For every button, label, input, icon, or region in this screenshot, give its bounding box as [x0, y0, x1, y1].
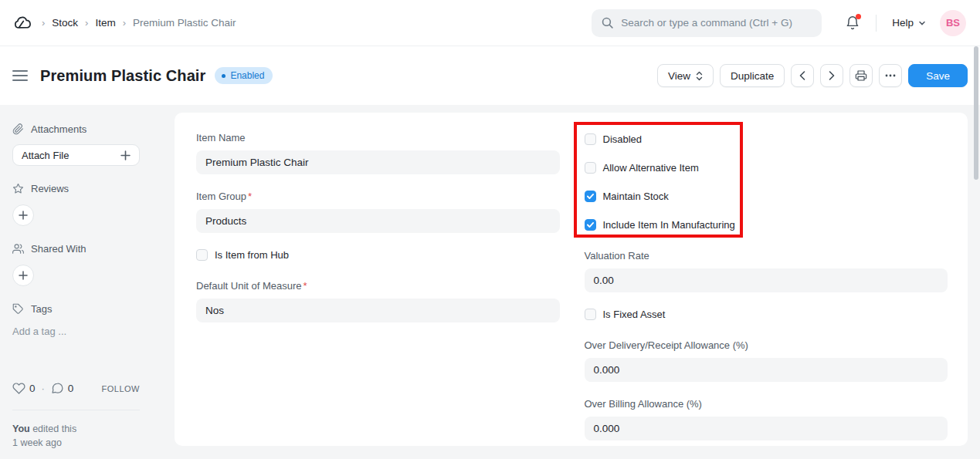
- page-header: Premium Plastic Chair Enabled View Dupli…: [0, 46, 980, 105]
- help-menu[interactable]: Help: [892, 17, 926, 29]
- valuation-rate-label: Valuation Rate: [585, 250, 948, 262]
- breadcrumb-current: Premium Plastic Chair: [133, 17, 236, 29]
- valuation-rate-input[interactable]: 0.00: [585, 268, 948, 292]
- social-row: 0 · 0 FOLLOW: [12, 382, 140, 395]
- breadcrumb-stock[interactable]: Stock: [52, 17, 78, 29]
- save-button-label: Save: [926, 70, 950, 82]
- is-item-from-hub-label: Is Item from Hub: [215, 249, 289, 261]
- checkbox-icon[interactable]: [585, 191, 596, 202]
- global-search-input[interactable]: Search or type a command (Ctrl + G): [592, 9, 822, 37]
- form-column-left: Item Name Premium Plastic Chair Item Gro…: [196, 132, 560, 446]
- plus-icon: [120, 150, 131, 160]
- is-fixed-asset-label: Is Fixed Asset: [603, 309, 666, 320]
- item-name-input[interactable]: Premium Plastic Chair: [196, 150, 560, 174]
- heart-icon[interactable]: [12, 382, 25, 395]
- shared-with-label: Shared With: [31, 243, 86, 255]
- breadcrumb-item[interactable]: Item: [95, 17, 115, 29]
- checkbox-icon[interactable]: [585, 219, 596, 231]
- chevron-right-icon: [829, 71, 835, 80]
- save-button[interactable]: Save: [908, 64, 968, 87]
- reviews-section-header: Reviews: [12, 183, 140, 194]
- form-sidebar: Attachments Attach File Reviews Shared W…: [0, 105, 175, 459]
- checkbox-icon[interactable]: [585, 162, 596, 174]
- default-uom-input[interactable]: Nos: [196, 299, 560, 322]
- app-logo-cloud-icon[interactable]: [12, 13, 32, 33]
- paperclip-icon: [12, 123, 24, 135]
- checkbox-icon[interactable]: [585, 309, 596, 320]
- maintain-stock-checkbox[interactable]: Maintain Stock: [585, 191, 948, 202]
- add-review-button[interactable]: [12, 204, 34, 226]
- view-button[interactable]: View: [657, 64, 714, 87]
- tags-section-header: Tags: [12, 303, 140, 315]
- reviews-label: Reviews: [31, 183, 69, 194]
- notifications-button[interactable]: [845, 15, 860, 31]
- breadcrumb: › Stock › Item › Premium Plastic Chair: [42, 17, 236, 29]
- over-billing-allowance-field: Over Billing Allowance (%) 0.000: [585, 398, 948, 440]
- more-options-button[interactable]: [879, 64, 902, 87]
- help-label: Help: [892, 17, 914, 29]
- valuation-rate-field: Valuation Rate 0.00: [585, 250, 948, 292]
- form-card: Item Name Premium Plastic Chair Item Gro…: [175, 113, 968, 446]
- over-billing-allowance-input[interactable]: 0.000: [585, 417, 948, 440]
- user-avatar[interactable]: BS: [940, 10, 966, 36]
- over-billing-allowance-label: Over Billing Allowance (%): [585, 398, 948, 410]
- allow-alternative-item-label: Allow Alternative Item: [603, 162, 699, 174]
- allow-alternative-item-checkbox[interactable]: Allow Alternative Item: [585, 162, 948, 174]
- top-navbar: › Stock › Item › Premium Plastic Chair S…: [0, 0, 980, 46]
- comment-icon[interactable]: [51, 382, 64, 395]
- attach-file-button[interactable]: Attach File: [12, 144, 140, 166]
- tags-label: Tags: [31, 303, 52, 315]
- next-document-button[interactable]: [820, 64, 843, 87]
- chevron-right-icon: ›: [85, 17, 88, 29]
- is-item-from-hub-checkbox[interactable]: Is Item from Hub: [196, 249, 560, 261]
- over-delivery-allowance-label: Over Delivery/Receipt Allowance (%): [585, 339, 948, 351]
- is-fixed-asset-checkbox[interactable]: Is Fixed Asset: [585, 309, 948, 320]
- status-badge: Enabled: [215, 67, 273, 84]
- app-window: › Stock › Item › Premium Plastic Chair S…: [0, 0, 980, 459]
- sidebar-toggle-icon[interactable]: [12, 70, 28, 81]
- maintain-stock-label: Maintain Stock: [603, 191, 669, 202]
- printer-icon: [855, 69, 867, 82]
- star-icon: [12, 183, 24, 194]
- edited-by: You: [12, 424, 30, 434]
- item-group-input[interactable]: Products: [196, 209, 560, 233]
- include-item-in-manufacturing-checkbox[interactable]: Include Item In Manufacturing: [585, 219, 948, 231]
- add-tag-input[interactable]: Add a tag ...: [12, 326, 140, 337]
- select-chevrons-icon: [696, 71, 703, 81]
- vertical-scrollbar[interactable]: [974, 46, 978, 180]
- duplicate-button[interactable]: Duplicate: [720, 64, 785, 87]
- view-button-label: View: [668, 70, 690, 82]
- chevron-right-icon: ›: [42, 17, 45, 29]
- users-icon: [12, 243, 24, 255]
- shared-with-section-header: Shared With: [12, 243, 140, 255]
- search-icon: [601, 16, 614, 29]
- over-delivery-allowance-input[interactable]: 0.000: [585, 358, 948, 382]
- edited-action: edited this: [30, 424, 76, 434]
- over-delivery-allowance-field: Over Delivery/Receipt Allowance (%) 0.00…: [585, 339, 948, 382]
- page-body: Attachments Attach File Reviews Shared W…: [0, 105, 980, 459]
- checkbox-icon[interactable]: [196, 249, 208, 261]
- default-uom-label: Default Unit of Measure*: [196, 280, 560, 292]
- follow-button[interactable]: FOLLOW: [102, 384, 140, 393]
- likes-count: 0: [29, 383, 36, 394]
- item-group-field: Item Group* Products: [196, 191, 560, 233]
- required-marker: *: [303, 280, 307, 292]
- search-placeholder: Search or type a command (Ctrl + G): [621, 17, 792, 29]
- disabled-label: Disabled: [603, 133, 643, 145]
- chevron-right-icon: ›: [123, 17, 126, 29]
- status-dot-icon: [222, 74, 226, 78]
- print-button[interactable]: [849, 64, 873, 87]
- checkbox-icon[interactable]: [585, 133, 596, 145]
- edited-when: 1 week ago: [12, 437, 62, 448]
- page-title: Premium Plastic Chair: [40, 67, 205, 85]
- add-share-button[interactable]: [12, 265, 34, 286]
- item-group-label: Item Group*: [196, 191, 560, 202]
- attach-file-label: Attach File: [22, 150, 69, 161]
- include-item-in-manufacturing-label: Include Item In Manufacturing: [603, 219, 735, 231]
- chevron-left-icon: [799, 71, 805, 80]
- attachments-label: Attachments: [31, 123, 86, 135]
- ellipsis-icon: [885, 74, 896, 77]
- disabled-checkbox[interactable]: Disabled: [585, 133, 948, 145]
- notification-badge-dot: [856, 14, 861, 19]
- previous-document-button[interactable]: [791, 64, 814, 87]
